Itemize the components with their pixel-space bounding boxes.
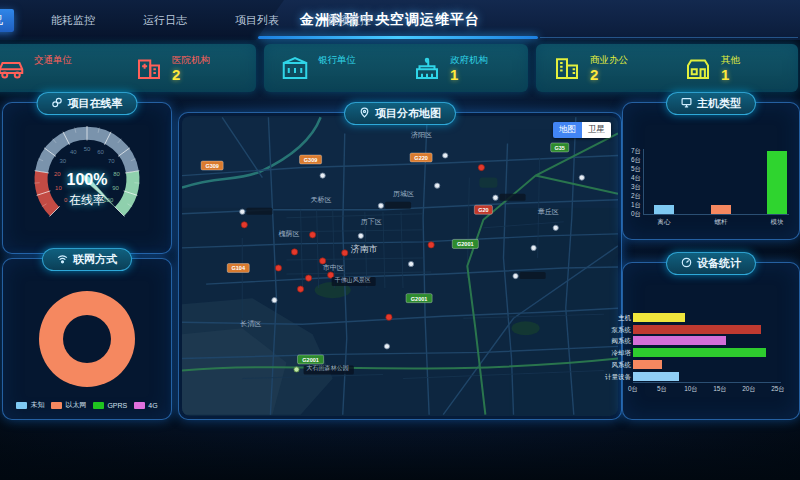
x-tick-label: 15台 [708,385,732,394]
project-marker[interactable] [297,286,303,292]
svg-text:40: 40 [70,149,77,155]
map-toggle-satellite[interactable]: 卫星 [582,122,611,138]
nav-tab-4[interactable]: 项目列表 [224,9,290,32]
device-stats-bar-chart: 主机泵系统阀系统冷却塔风系统计量设备0台5台10台15台20台25台 [623,263,799,419]
y-tick-label: 5台 [607,165,641,174]
device-stats-panel: 设备统计 主机泵系统阀系统冷却塔风系统计量设备0台5台10台15台20台25台 [622,262,800,420]
stat-value: 1 [721,67,740,82]
panel-header-host: 主机类型 [666,92,756,115]
legend-item-未知[interactable]: 未知 [16,400,44,410]
svg-text:G220: G220 [414,155,428,161]
bar-泵系统 [633,325,761,334]
project-map-panel: 项目分布地图 地图卫星 [178,112,622,420]
stat-value [34,67,72,82]
panel-header-network: 联网方式 [42,248,132,271]
project-marker[interactable] [241,222,247,228]
stat-item-3-1: 商业办公2 [536,53,667,83]
bottom-shade [0,432,800,480]
y-tick-label: 1台 [607,201,641,210]
row-label-风系统: 风系统 [601,361,631,370]
svg-text:G309: G309 [205,163,219,169]
svg-text:G104: G104 [232,265,246,271]
road-badge: G309 [300,155,322,164]
legend-item-以太网[interactable]: 以太网 [51,400,86,410]
project-marker[interactable] [478,164,484,170]
legend-label: 未知 [30,400,44,410]
panel-title: 主机类型 [697,97,741,109]
road-badge: G2001 [452,239,478,248]
y-tick-label: 3台 [607,183,641,192]
map-pin-icon [359,104,370,115]
y-tick-label: 0台 [607,210,641,219]
project-marker[interactable] [305,275,311,281]
government-icon [412,53,442,83]
bar-离心 [654,205,674,214]
project-marker[interactable] [342,250,348,256]
project-marker[interactable] [386,314,392,320]
panel-header-device: 设备统计 [666,252,756,275]
poi-marker [443,153,448,158]
gauge-center-text: 100% 在线率 [3,171,171,209]
host-type-panel: 主机类型 0台1台2台3台4台5台6台7台离心螺杆模块 [622,102,800,240]
poi-marker [493,195,498,200]
monitor-icon [681,94,692,105]
project-marker[interactable] [428,242,434,248]
network-icon [57,250,68,261]
project-marker[interactable] [275,265,281,271]
title-underline-thin [540,37,798,38]
svg-text:30: 30 [59,158,66,164]
nav-tab-3[interactable]: 运行日志 [132,9,198,32]
stat-item-2-2: 政府机构1 [396,53,528,83]
x-tick-label: 0台 [621,385,645,394]
stat-card-2[interactable]: 银行单位政府机构1 [264,44,528,92]
map-area-label: 长清区 [240,320,261,328]
project-marker[interactable] [309,232,315,238]
nav-tabs: 概况能耗监控运行日志项目列表视频监控 [4,0,382,40]
gauge-value: 100% [3,171,171,189]
map-viewport: G309G309G220G104G2001G2001G2001G35G20济南市… [182,116,618,416]
road-badge: G2001 [406,294,432,303]
legend-item-GPRS[interactable]: GPRS [93,400,127,410]
poi-marker [378,203,383,208]
dashboard-root: 金洲科瑞中央空调运维平台 概况能耗监控运行日志项目列表视频监控 交通单位医院机构… [0,0,800,480]
y-tick-label: 7台 [607,147,641,156]
network-donut-chart [39,291,135,387]
stats-icon [681,254,692,265]
bar-模块 [767,151,787,214]
poi-marker [435,183,440,188]
map-area-label: 济阳区 [411,131,432,139]
map-toggle-map[interactable]: 地图 [553,122,582,138]
nav-tab-2[interactable]: 能耗监控 [40,9,106,32]
stat-card-3[interactable]: 商业办公2其他1 [536,44,798,92]
svg-text:G2001: G2001 [457,241,474,247]
stat-item-1-2: 医院机构2 [118,53,256,83]
stat-value: 2 [172,67,210,82]
stat-value: 2 [590,67,628,82]
svg-text:50: 50 [84,146,91,152]
house-icon [683,53,713,83]
nav-tab-5[interactable]: 视频监控 [316,9,382,32]
svg-text:60: 60 [97,149,104,155]
office-icon [552,53,582,83]
nav-tab-1[interactable]: 概况 [0,9,14,32]
bar-冷却塔 [633,348,766,357]
poi-marker [531,245,536,250]
poi-label-pill [520,272,546,279]
map-area-label: 天桥区 [311,196,332,203]
map-area-label: 千佛山风景区 [334,276,371,283]
project-marker[interactable] [291,249,297,255]
road-badge: G104 [227,263,249,272]
legend-swatch [16,402,27,409]
poi-marker [513,273,518,278]
y-tick-label: 6台 [607,156,641,165]
city-map[interactable]: G309G309G220G104G2001G2001G2001G35G20济南市… [182,116,618,416]
host-type-bar-chart: 0台1台2台3台4台5台6台7台离心螺杆模块 [623,103,799,239]
map-area-label: 槐荫区 [278,230,299,238]
stat-item-3-2: 其他1 [667,53,798,83]
stat-card-1[interactable]: 交通单位医院机构2 [0,44,256,92]
poi-marker [358,233,363,238]
legend-item-4G[interactable]: 4G [134,400,157,410]
park-marker [294,367,299,372]
network-legend: 未知以太网GPRS4G [3,400,171,410]
legend-label: GPRS [107,402,127,409]
